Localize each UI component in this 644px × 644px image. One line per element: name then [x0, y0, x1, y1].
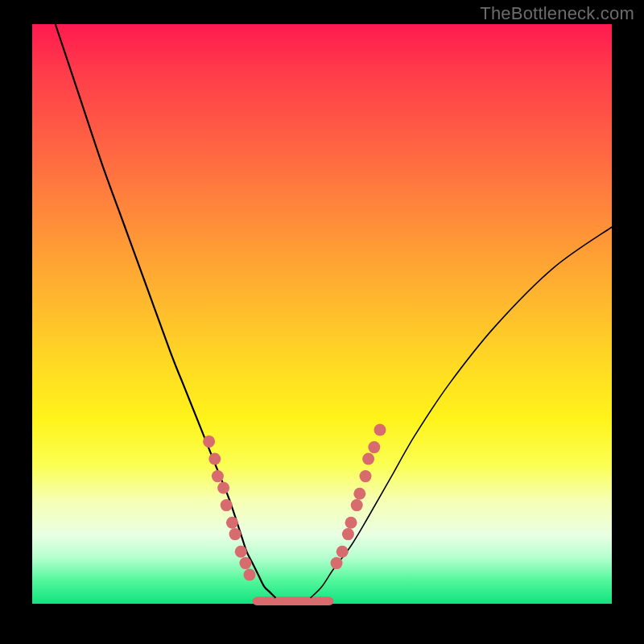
data-point: [221, 499, 233, 511]
bottom-band: [253, 597, 334, 605]
scatter-points: [203, 424, 386, 581]
data-point: [226, 517, 238, 529]
data-point: [336, 546, 349, 558]
curve-right-curve: [311, 227, 612, 598]
chart-stage: TheBottleneck.com: [0, 0, 644, 644]
valley-band: [253, 597, 334, 605]
data-point: [368, 441, 380, 453]
plot-area: [32, 24, 612, 604]
data-point: [203, 436, 215, 448]
chart-svg: [32, 24, 612, 604]
data-point: [229, 528, 242, 540]
data-point: [208, 453, 221, 465]
data-point: [345, 517, 357, 529]
data-point: [342, 528, 354, 540]
data-point: [351, 499, 363, 511]
data-point: [244, 569, 256, 581]
curves: [56, 24, 612, 598]
data-point: [212, 470, 224, 482]
data-point: [353, 488, 365, 500]
data-point: [374, 424, 386, 436]
data-point: [360, 470, 372, 482]
data-point: [331, 557, 343, 569]
data-point: [239, 557, 251, 569]
data-point: [362, 453, 374, 465]
data-point: [217, 482, 229, 494]
curve-left-curve: [56, 24, 276, 598]
data-point: [235, 546, 247, 558]
watermark-label: TheBottleneck.com: [480, 3, 634, 24]
